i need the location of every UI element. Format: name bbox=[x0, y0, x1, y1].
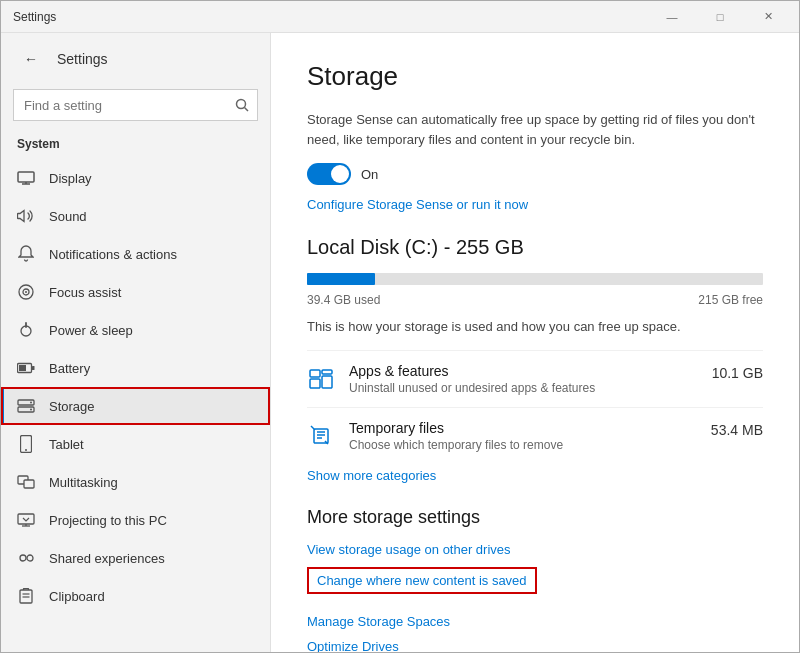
storage-label: Storage bbox=[49, 399, 95, 414]
notifications-label: Notifications & actions bbox=[49, 247, 177, 262]
temp-body: Temporary files Choose which temporary f… bbox=[349, 420, 697, 452]
clipboard-icon bbox=[17, 587, 35, 605]
apps-size: 10.1 GB bbox=[712, 365, 763, 381]
used-label: 39.4 GB used bbox=[307, 293, 380, 307]
sidebar-item-shared[interactable]: Shared experiences bbox=[1, 539, 270, 577]
description-text: Storage Sense can automatically free up … bbox=[307, 110, 763, 149]
temp-size: 53.4 MB bbox=[711, 422, 763, 438]
sidebar-item-projecting[interactable]: Projecting to this PC bbox=[1, 501, 270, 539]
svg-point-16 bbox=[30, 409, 32, 411]
sidebar-item-storage[interactable]: Storage bbox=[1, 387, 270, 425]
svg-line-34 bbox=[311, 426, 315, 430]
svg-rect-30 bbox=[310, 379, 320, 388]
storage-icon bbox=[17, 397, 35, 415]
shared-label: Shared experiences bbox=[49, 551, 165, 566]
window-title: Settings bbox=[13, 10, 56, 24]
storage-bar-fill bbox=[307, 273, 375, 285]
multitasking-label: Multitasking bbox=[49, 475, 118, 490]
temp-icon bbox=[307, 422, 335, 450]
close-button[interactable]: ✕ bbox=[745, 1, 791, 33]
settings-window: Settings — □ ✕ ← Settings Syst bbox=[0, 0, 800, 653]
storage-sense-toggle[interactable] bbox=[307, 163, 351, 185]
search-input[interactable] bbox=[13, 89, 258, 121]
svg-rect-20 bbox=[24, 480, 34, 488]
battery-icon bbox=[17, 359, 35, 377]
storage-bar-container bbox=[307, 273, 763, 285]
storage-bar-labels: 39.4 GB used 215 GB free bbox=[307, 293, 763, 307]
maximize-button[interactable]: □ bbox=[697, 1, 743, 33]
multitasking-icon bbox=[17, 473, 35, 491]
notifications-icon bbox=[17, 245, 35, 263]
toggle-row: On bbox=[307, 163, 763, 185]
focus-icon bbox=[17, 283, 35, 301]
svg-rect-29 bbox=[310, 370, 320, 377]
svg-point-0 bbox=[237, 100, 246, 109]
shared-icon bbox=[17, 549, 35, 567]
sidebar-item-power[interactable]: Power & sleep bbox=[1, 311, 270, 349]
optimize-drives-link[interactable]: Optimize Drives bbox=[307, 639, 763, 652]
manage-spaces-link[interactable]: Manage Storage Spaces bbox=[307, 614, 763, 629]
svg-rect-11 bbox=[32, 366, 35, 370]
sidebar-item-sound[interactable]: Sound bbox=[1, 197, 270, 235]
clipboard-label: Clipboard bbox=[49, 589, 105, 604]
temp-title: Temporary files bbox=[349, 420, 697, 436]
sidebar-header: ← Settings bbox=[1, 33, 270, 85]
configure-link[interactable]: Configure Storage Sense or run it now bbox=[307, 197, 528, 212]
search-icon-button[interactable] bbox=[226, 89, 258, 121]
sidebar-item-multitasking[interactable]: Multitasking bbox=[1, 463, 270, 501]
disk-section-title: Local Disk (C:) - 255 GB bbox=[307, 236, 763, 259]
apps-icon bbox=[307, 365, 335, 393]
sidebar: ← Settings System Display bbox=[1, 33, 271, 652]
storage-item-apps[interactable]: Apps & features Uninstall unused or unde… bbox=[307, 350, 763, 407]
back-button[interactable]: ← bbox=[17, 45, 45, 73]
sidebar-item-notifications[interactable]: Notifications & actions bbox=[1, 235, 270, 273]
svg-point-18 bbox=[25, 449, 27, 451]
temp-subtitle: Choose which temporary files to remove bbox=[349, 438, 697, 452]
svg-point-25 bbox=[27, 555, 33, 561]
svg-rect-12 bbox=[19, 365, 26, 371]
more-section-title: More storage settings bbox=[307, 507, 763, 528]
titlebar: Settings — □ ✕ bbox=[1, 1, 799, 33]
svg-rect-31 bbox=[322, 370, 332, 374]
display-icon bbox=[17, 169, 35, 187]
projecting-label: Projecting to this PC bbox=[49, 513, 167, 528]
show-more-link[interactable]: Show more categories bbox=[307, 468, 436, 483]
window-controls: — □ ✕ bbox=[649, 1, 791, 33]
apps-subtitle: Uninstall unused or undesired apps & fea… bbox=[349, 381, 698, 395]
free-label: 215 GB free bbox=[698, 293, 763, 307]
svg-rect-21 bbox=[18, 514, 34, 524]
focus-label: Focus assist bbox=[49, 285, 121, 300]
sidebar-item-battery[interactable]: Battery bbox=[1, 349, 270, 387]
tablet-label: Tablet bbox=[49, 437, 84, 452]
sidebar-item-focus[interactable]: Focus assist bbox=[1, 273, 270, 311]
view-usage-link[interactable]: View storage usage on other drives bbox=[307, 542, 763, 557]
sound-icon bbox=[17, 207, 35, 225]
svg-point-7 bbox=[25, 291, 27, 293]
svg-rect-32 bbox=[322, 376, 332, 388]
change-location-link[interactable]: Change where new content is saved bbox=[307, 567, 537, 594]
content-area: ← Settings System Display bbox=[1, 33, 799, 652]
search-box bbox=[13, 89, 258, 121]
change-location-wrapper: Change where new content is saved bbox=[307, 567, 763, 604]
apps-body: Apps & features Uninstall unused or unde… bbox=[349, 363, 698, 395]
battery-label: Battery bbox=[49, 361, 90, 376]
svg-point-15 bbox=[30, 402, 32, 404]
system-label: System bbox=[1, 133, 270, 159]
page-title: Storage bbox=[307, 61, 763, 92]
minimize-button[interactable]: — bbox=[649, 1, 695, 33]
power-label: Power & sleep bbox=[49, 323, 133, 338]
selected-indicator bbox=[1, 387, 270, 425]
svg-line-1 bbox=[245, 108, 249, 112]
svg-rect-2 bbox=[18, 172, 34, 182]
storage-info: This is how your storage is used and how… bbox=[307, 319, 763, 334]
svg-point-24 bbox=[20, 555, 26, 561]
tablet-icon bbox=[17, 435, 35, 453]
sound-label: Sound bbox=[49, 209, 87, 224]
storage-item-temp[interactable]: Temporary files Choose which temporary f… bbox=[307, 407, 763, 464]
sidebar-item-clipboard[interactable]: Clipboard bbox=[1, 577, 270, 615]
sidebar-item-display[interactable]: Display bbox=[1, 159, 270, 197]
sidebar-title: Settings bbox=[57, 51, 108, 67]
apps-title: Apps & features bbox=[349, 363, 698, 379]
sidebar-item-tablet[interactable]: Tablet bbox=[1, 425, 270, 463]
toggle-label: On bbox=[361, 167, 378, 182]
